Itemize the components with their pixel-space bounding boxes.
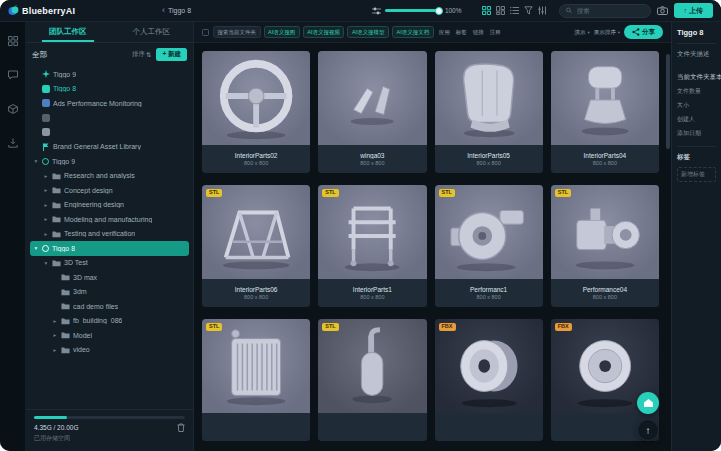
asset-card[interactable]: InteriorParts02800 x 800 [202, 51, 310, 173]
tree-item[interactable]: 3dm [30, 285, 189, 300]
caret-right-icon[interactable]: ▸ [52, 347, 58, 353]
caret-right-icon[interactable]: ▸ [43, 187, 49, 193]
asset-card[interactable]: STLPerformance04800 x 800 [551, 185, 659, 307]
tree-item[interactable]: ▾3D Test [30, 256, 189, 271]
asset-card[interactable]: FBX [435, 319, 543, 441]
caret-right-icon[interactable]: ▸ [43, 231, 49, 237]
quick-filter[interactable]: 应用 [438, 29, 451, 36]
tab-team-workspace[interactable]: 团队工作区 [26, 22, 110, 42]
asset-card[interactable]: winga03800 x 800 [318, 51, 426, 173]
add-tag-button[interactable]: 新增标签 [677, 167, 716, 182]
caret-down-icon[interactable]: ▾ [43, 260, 49, 266]
asset-thumbnail[interactable]: STL [551, 185, 659, 279]
zoom-slider-track[interactable] [385, 9, 441, 12]
tree-item[interactable]: ▸Concept design [30, 183, 189, 198]
asset-card[interactable]: STLPerformanc1800 x 800 [435, 185, 543, 307]
filter-all-label[interactable]: 全部 [32, 50, 47, 60]
tree-item[interactable]: ▸Model [30, 328, 189, 343]
asset-thumbnail[interactable]: STL [202, 185, 310, 279]
demo-dropdown[interactable]: 演示 ▾ [574, 29, 589, 36]
asset-thumbnail[interactable]: STL [435, 185, 543, 279]
list-view-icon[interactable] [510, 6, 519, 15]
search-scope-chip[interactable]: AI语义搜模型 [347, 26, 389, 38]
tree-item[interactable]: cad demo files [30, 299, 189, 314]
share-button[interactable]: 分享 [624, 25, 663, 39]
asset-card[interactable]: STL [318, 319, 426, 441]
search-scope-chip[interactable]: AI语义搜图 [264, 26, 300, 38]
caret-right-icon[interactable]: ▸ [52, 332, 58, 338]
sort-order-dropdown[interactable]: 展示排序 ▾ [594, 29, 620, 36]
caret-right-icon[interactable]: ▸ [43, 216, 49, 222]
asset-card[interactable]: STLInteriorParts1800 x 800 [318, 185, 426, 307]
asset-card[interactable]: InteriorParts04800 x 800 [551, 51, 659, 173]
search-scope-chip[interactable]: AI语义搜文档 [392, 26, 434, 38]
asset-thumbnail[interactable] [202, 51, 310, 145]
asset-thumbnail[interactable]: STL [318, 185, 426, 279]
folder-description-label[interactable]: 文件夹描述 [677, 50, 716, 59]
tree-item[interactable]: Tiggo 8 [30, 82, 189, 97]
caret-right-icon[interactable]: ▸ [52, 318, 58, 324]
trash-icon[interactable] [177, 423, 185, 432]
tree-item[interactable]: ▸fb_building_086 [30, 314, 189, 329]
tree-item[interactable]: Ads Performance Monitoring [30, 96, 189, 111]
search-scope-chip[interactable]: 搜索当前文件夹 [213, 26, 261, 38]
vertical-scrollbar[interactable] [666, 44, 670, 449]
nav-download-icon[interactable] [8, 134, 18, 152]
tree-item[interactable]: ▾Tiggo 8 [30, 241, 189, 256]
select-all-checkbox[interactable] [202, 29, 209, 36]
zoom-slider-knob[interactable] [435, 7, 443, 15]
quick-filter[interactable]: 链接 [472, 29, 485, 36]
asset-thumbnail[interactable] [551, 51, 659, 145]
search-input[interactable] [575, 6, 644, 15]
tree-item[interactable]: ▸video [30, 343, 189, 358]
caret-right-icon[interactable]: ▸ [43, 202, 49, 208]
quick-filter[interactable]: 注释 [489, 29, 502, 36]
folder-tree: Tiggo 9Tiggo 8Ads Performance Monitoring… [26, 65, 193, 409]
nav-messages-icon[interactable] [8, 66, 18, 84]
nav-library-icon[interactable] [8, 100, 18, 118]
tree-item[interactable] [30, 125, 189, 140]
quick-filter[interactable]: 标签 [455, 29, 468, 36]
steering-3d-render [202, 51, 310, 145]
asset-thumbnail[interactable]: STL [318, 319, 426, 413]
scroll-to-top-fab[interactable]: ↑ [637, 419, 659, 441]
breadcrumb[interactable]: ‹ Tiggo 8 [162, 6, 191, 15]
workspace-home-fab[interactable] [637, 392, 659, 414]
tree-item[interactable]: ▸Engineering design [30, 198, 189, 213]
tree-item[interactable]: ▸Modeling and manufacturing [30, 212, 189, 227]
tree-item[interactable]: ▸Testing and verification [30, 227, 189, 242]
tree-item[interactable]: Brand General Asset Library [30, 140, 189, 155]
tree-item[interactable]: ▸Research and analysis [30, 169, 189, 184]
search-scope-chip[interactable]: AI语义搜视频 [303, 26, 345, 38]
camera-search-button[interactable] [657, 6, 668, 15]
thumbnail-size-slider[interactable]: 100% [372, 7, 462, 15]
tree-item[interactable]: 3D max [30, 270, 189, 285]
asset-card[interactable]: InteriorParts05800 x 800 [435, 51, 543, 173]
tree-item[interactable]: Tiggo 9 [30, 67, 189, 82]
tree-item[interactable] [30, 111, 189, 126]
asset-thumbnail[interactable]: FBX [435, 319, 543, 413]
grid-view-icon[interactable] [482, 6, 491, 15]
search-box[interactable] [559, 4, 651, 18]
asset-card[interactable]: STL [202, 319, 310, 441]
tree-item[interactable]: ▾Tiggo 9 [30, 154, 189, 169]
caret-down-icon[interactable]: ▾ [33, 158, 39, 164]
caret-down-icon[interactable]: ▾ [33, 245, 39, 251]
back-chevron-icon[interactable]: ‹ [162, 6, 165, 15]
asset-thumbnail[interactable] [318, 51, 426, 145]
tree-sort-control[interactable]: 排序 ⇅ [132, 50, 151, 59]
new-button[interactable]: + 新建 [156, 48, 187, 61]
asset-name: InteriorParts05 [440, 152, 538, 159]
upload-button[interactable]: ↑ 上传 [674, 3, 714, 18]
masonry-view-icon[interactable] [496, 6, 505, 15]
caret-right-icon[interactable]: ▸ [43, 173, 49, 179]
tab-personal-workspace[interactable]: 个人工作区 [110, 22, 194, 42]
filter-funnel-icon[interactable] [524, 6, 533, 15]
asset-thumbnail[interactable] [435, 51, 543, 145]
columns-settings-icon[interactable] [538, 6, 547, 15]
nav-dashboard-icon[interactable] [8, 32, 18, 50]
scrollbar-thumb[interactable] [666, 54, 670, 149]
tree-item-label: 3dm [73, 288, 87, 295]
asset-thumbnail[interactable]: STL [202, 319, 310, 413]
asset-card[interactable]: STLInteriorParts06800 x 800 [202, 185, 310, 307]
